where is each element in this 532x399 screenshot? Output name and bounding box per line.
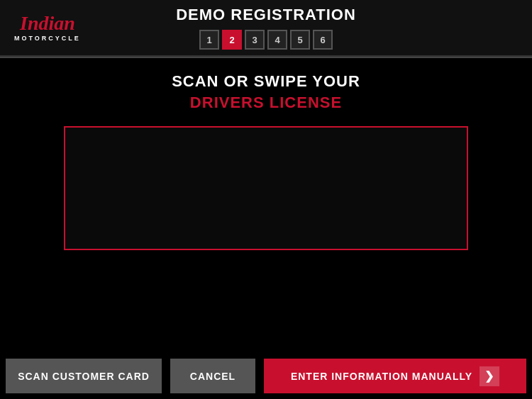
enter-manually-button[interactable]: ENTER INFORMATION MANUALLY ❯: [264, 359, 526, 393]
enter-manually-label: ENTER INFORMATION MANUALLY: [291, 371, 472, 382]
page-title: DEMO REGISTRATION: [176, 6, 356, 24]
step-4[interactable]: 4: [267, 30, 287, 50]
toolbar: SCAN CUSTOMER CARD CANCEL ENTER INFORMAT…: [0, 353, 532, 399]
main-content: SCAN OR SWIPE YOUR DRIVERS LICENSE: [0, 58, 532, 257]
chevron-right-icon: ❯: [480, 366, 499, 386]
brand-name: Indian: [20, 13, 75, 33]
logo-area: Indian MOTORCYCLE: [14, 13, 81, 42]
cancel-button[interactable]: CANCEL: [170, 359, 255, 393]
scan-area: [64, 126, 468, 250]
header: Indian MOTORCYCLE DEMO REGISTRATION 1 2 …: [0, 0, 532, 57]
instruction-line1: SCAN OR SWIPE YOUR: [172, 72, 360, 91]
brand-subtitle: MOTORCYCLE: [14, 35, 81, 42]
instruction-line2: DRIVERS LICENSE: [190, 94, 342, 112]
scan-customer-card-button[interactable]: SCAN CUSTOMER CARD: [6, 359, 162, 393]
step-6[interactable]: 6: [313, 30, 333, 50]
step-3[interactable]: 3: [245, 30, 265, 50]
step-2[interactable]: 2: [222, 30, 242, 50]
step-1[interactable]: 1: [199, 30, 219, 50]
step-indicator: 1 2 3 4 5 6: [199, 30, 333, 50]
step-5[interactable]: 5: [290, 30, 310, 50]
